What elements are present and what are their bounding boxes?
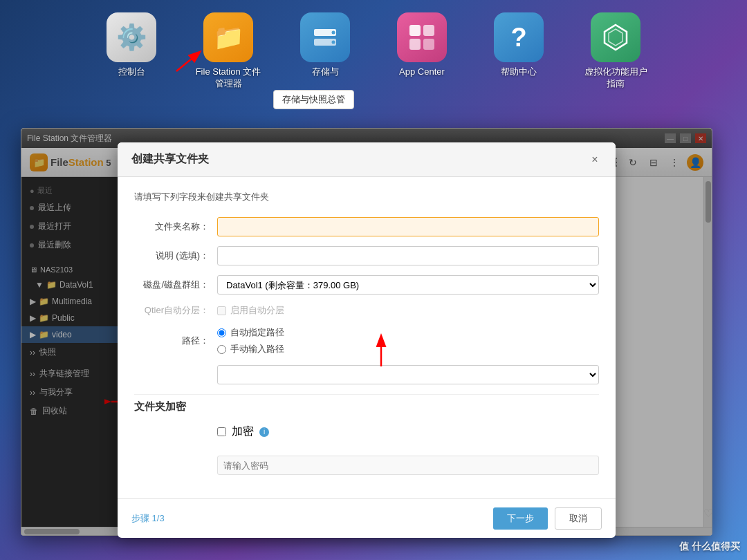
svg-rect-8 bbox=[423, 39, 434, 50]
create-folder-dialog: 创建共享文件夹 × 请填写下列字段来创建共享文件夹 文件夹名称： 说明 (选填)… bbox=[118, 142, 616, 538]
encrypt-label: 加密 bbox=[232, 424, 254, 439]
disk-label: 磁盘/磁盘群组： bbox=[134, 279, 217, 291]
encrypt-info-icon[interactable]: i bbox=[259, 427, 269, 437]
svg-point-4 bbox=[332, 41, 335, 44]
qtier-checkbox-row: 启用自动分层 bbox=[217, 304, 284, 317]
control-icon: ⚙️ bbox=[107, 12, 156, 62]
icon-storage[interactable]: 存储与 bbox=[290, 12, 360, 78]
auto-path-radio[interactable] bbox=[217, 328, 226, 337]
path-row: 路径： 自动指定路径 手动输入路径 bbox=[134, 326, 599, 355]
password-input[interactable] bbox=[217, 456, 599, 475]
path-select[interactable] bbox=[217, 365, 599, 384]
help-icon: ? bbox=[494, 12, 544, 62]
description-label: 说明 (选填)： bbox=[134, 250, 217, 262]
appcenter-icon bbox=[397, 12, 447, 62]
dialog-header: 创建共享文件夹 × bbox=[118, 142, 616, 177]
folder-name-row: 文件夹名称： bbox=[134, 217, 599, 236]
icon-help[interactable]: ? 帮助中心 bbox=[484, 12, 553, 78]
dialog-overlay: 创建共享文件夹 × 请填写下列字段来创建共享文件夹 文件夹名称： 说明 (选填)… bbox=[21, 129, 712, 535]
svg-marker-10 bbox=[609, 29, 622, 46]
qtier-checkbox bbox=[217, 306, 226, 315]
qtier-label: Qtier自动分层： bbox=[134, 304, 217, 317]
manual-path-row: 手动输入路径 bbox=[217, 343, 599, 355]
path-input-row bbox=[134, 365, 599, 384]
svg-rect-5 bbox=[409, 25, 421, 36]
disk-row: 磁盘/磁盘群组： DataVol1 (剩余容量：379.00 GB) bbox=[134, 275, 599, 295]
svg-rect-7 bbox=[409, 39, 421, 50]
encrypt-checkbox-row: 加密 i bbox=[217, 424, 269, 439]
manual-path-label: 手动输入路径 bbox=[230, 343, 284, 355]
storage-tooltip: 存储与快照总管 bbox=[273, 90, 354, 109]
manual-path-radio[interactable] bbox=[217, 345, 226, 354]
auto-path-row: 自动指定路径 bbox=[217, 326, 599, 339]
path-label: 路径： bbox=[134, 335, 217, 347]
watermark-text: 值 什么值得买 bbox=[679, 541, 740, 552]
qtier-row: Qtier自动分层： 启用自动分层 bbox=[134, 304, 599, 317]
virtual-label: 虚拟化功能用户指南 bbox=[581, 66, 650, 90]
filestation-window: File Station 文件管理器 — □ ✕ 📁 FileStation 5… bbox=[21, 128, 712, 536]
icon-control[interactable]: ⚙️ 控制台 bbox=[97, 12, 166, 78]
icon-virtual[interactable]: 虚拟化功能用户指南 bbox=[581, 12, 650, 90]
svg-point-3 bbox=[332, 31, 335, 35]
dialog-body: 请填写下列字段来创建共享文件夹 文件夹名称： 说明 (选填)： 磁盘/磁盘群组：… bbox=[118, 177, 616, 498]
folder-name-input[interactable] bbox=[217, 217, 599, 236]
filestation-icon: 📁 bbox=[203, 12, 253, 62]
folder-name-label: 文件夹名称： bbox=[134, 221, 217, 233]
dialog-footer: 步骤 1/3 下一步 取消 bbox=[118, 498, 616, 538]
icon-filestation[interactable]: 📁 File Station 文件管理器 bbox=[194, 12, 263, 90]
step-text: 步骤 1/3 bbox=[131, 512, 165, 525]
storage-label: 存储与 bbox=[312, 66, 339, 78]
password-row bbox=[134, 456, 599, 475]
path-radio-group: 自动指定路径 手动输入路径 bbox=[217, 326, 599, 355]
dialog-title: 创建共享文件夹 bbox=[131, 152, 209, 167]
encrypt-checkbox[interactable] bbox=[217, 427, 226, 436]
dialog-subtitle: 请填写下列字段来创建共享文件夹 bbox=[134, 191, 599, 203]
encrypt-row: 加密 i bbox=[134, 424, 599, 446]
cancel-button[interactable]: 取消 bbox=[555, 507, 602, 530]
description-row: 说明 (选填)： bbox=[134, 246, 599, 265]
footer-buttons: 下一步 取消 bbox=[493, 507, 602, 530]
desktop-icons: ⚙️ 控制台 📁 File Station 文件管理器 存储与 bbox=[0, 0, 747, 90]
svg-rect-6 bbox=[423, 25, 434, 36]
disk-select[interactable]: DataVol1 (剩余容量：379.00 GB) bbox=[217, 275, 599, 295]
storage-icon bbox=[300, 12, 350, 62]
virtual-icon bbox=[591, 12, 640, 62]
dialog-close-button[interactable]: × bbox=[588, 153, 602, 167]
next-button[interactable]: 下一步 bbox=[493, 507, 548, 530]
watermark: 值 什么值得买 bbox=[679, 541, 740, 553]
encryption-section-title: 文件夹加密 bbox=[134, 394, 599, 413]
control-label: 控制台 bbox=[118, 66, 145, 78]
filestation-label: File Station 文件管理器 bbox=[194, 66, 263, 90]
description-input[interactable] bbox=[217, 246, 599, 265]
qtier-auto-label: 启用自动分层 bbox=[230, 304, 284, 317]
help-label: 帮助中心 bbox=[501, 66, 537, 78]
icon-appcenter[interactable]: App Center bbox=[387, 12, 456, 78]
appcenter-label: App Center bbox=[399, 66, 445, 78]
auto-path-label: 自动指定路径 bbox=[230, 326, 284, 339]
